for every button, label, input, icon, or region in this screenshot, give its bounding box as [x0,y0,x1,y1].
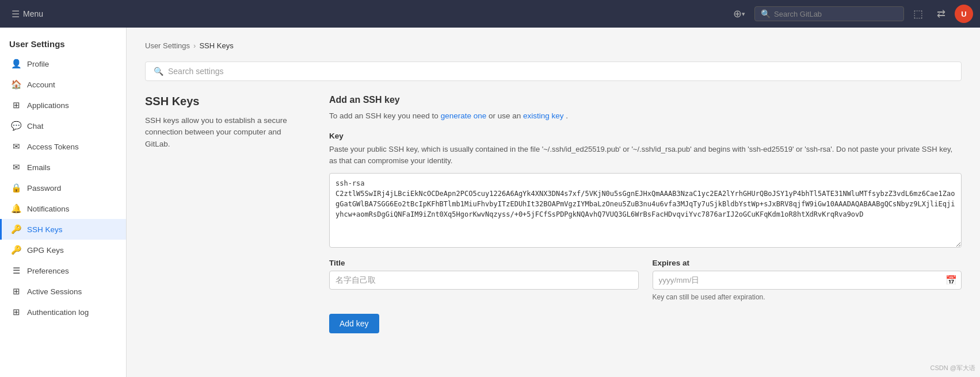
expires-field-label: Expires at [653,259,962,267]
create-button[interactable]: ⊕ ▾ [729,4,750,24]
plus-icon: ⊕ [733,7,742,20]
global-search-box[interactable]: 🔍 [754,6,904,21]
account-icon: 🏠 [11,79,21,90]
sidebar-item-ssh-keys[interactable]: 🔑 SSH Keys [0,219,126,240]
sidebar-item-applications[interactable]: ⊞ Applications [0,95,126,116]
form-row: Title Expires at 📅 Key can still be used… [329,259,962,302]
expires-wrapper: 📅 [653,271,962,290]
access-tokens-icon: ✉ [11,141,21,152]
notifications-icon: 🔔 [11,203,21,214]
sidebar: User Settings 👤 Profile 🏠 Account ⊞ Appl… [0,28,127,377]
add-ssh-title: Add an SSH key [329,95,962,105]
sidebar-item-label: Authentication log [27,308,89,317]
existing-key-link[interactable]: existing key [523,111,564,120]
sidebar-item-label: Notifications [27,205,70,213]
menu-label: Menu [23,9,43,18]
emails-icon: ✉ [11,162,21,172]
add-key-button[interactable]: Add key [329,314,379,333]
sidebar-item-authentication-log[interactable]: ⊞ Authentication log [0,302,126,322]
chat-icon: 💬 [11,121,21,131]
expires-hint: Key can still be used after expiration. [653,293,962,302]
sidebar-item-label: SSH Keys [27,225,63,234]
hamburger-icon: ☰ [12,9,20,20]
dock-icon-button[interactable]: ⬚ [909,4,928,24]
sidebar-item-active-sessions[interactable]: ⊞ Active Sessions [0,281,126,302]
add-desc-after: . [566,111,568,120]
search-icon: 🔍 [761,9,771,18]
add-desc-mid: or use an [489,111,523,120]
sidebar-item-label: GPG Keys [27,246,64,255]
sidebar-item-label: Active Sessions [27,287,82,296]
search-settings-input[interactable] [168,67,953,76]
gpg-keys-icon: 🔑 [11,245,21,255]
sidebar-item-label: Chat [27,122,44,130]
merge-request-button[interactable]: ⇄ [932,4,950,24]
merge-icon: ⇄ [937,7,945,20]
sidebar-item-notifications[interactable]: 🔔 Notifications [0,198,126,219]
sidebar-item-password[interactable]: 🔒 Password [0,178,126,198]
main-content: User Settings › SSH Keys 🔍 SSH Keys SSH … [127,28,980,377]
ssh-keys-icon: 🔑 [11,224,21,234]
dock-icon: ⬚ [913,7,923,20]
sidebar-item-chat[interactable]: 💬 Chat [0,116,126,136]
top-navigation: ☰ Menu ⊕ ▾ 🔍 ⬚ ⇄ U [0,0,980,28]
sidebar-item-label: Profile [27,60,49,68]
search-settings-icon: 🔍 [154,67,163,76]
title-field-label: Title [329,259,639,267]
breadcrumb: User Settings › SSH Keys [145,41,962,50]
right-panel: Add an SSH key To add an SSH key you nee… [329,95,962,333]
sidebar-item-profile[interactable]: 👤 Profile [0,53,126,74]
ssh-keys-title: SSH Keys [145,95,306,108]
search-input[interactable] [774,10,898,18]
authentication-log-icon: ⊞ [11,307,21,317]
profile-icon: 👤 [11,59,21,69]
key-field-label: Key [329,132,962,140]
left-panel: SSH Keys SSH keys allow you to establish… [145,95,306,150]
sidebar-item-label: Account [27,80,55,89]
sidebar-item-emails[interactable]: ✉ Emails [0,157,126,178]
breadcrumb-parent[interactable]: User Settings [145,41,190,50]
breadcrumb-separator: › [193,41,196,50]
expires-input[interactable] [653,271,962,290]
sidebar-item-label: Password [27,184,61,193]
preferences-icon: ☰ [11,266,21,276]
sidebar-item-access-tokens[interactable]: ✉ Access Tokens [0,136,126,157]
key-field-description: Paste your public SSH key, which is usua… [329,144,962,168]
sidebar-item-label: Emails [27,163,51,172]
title-input[interactable] [329,271,639,290]
title-field: Title [329,259,639,290]
watermark: CSDN @军大语 [931,364,975,372]
search-settings-box[interactable]: 🔍 [145,61,962,81]
generate-one-link[interactable]: generate one [441,111,487,120]
applications-icon: ⊞ [11,100,21,110]
sidebar-item-preferences[interactable]: ☰ Preferences [0,260,126,281]
ssh-key-textarea[interactable]: ssh-rsa C2ztlW5SwIRj4jLBciEkNcOCDeApn2PC… [329,173,962,248]
sidebar-item-label: Access Tokens [27,143,79,151]
chevron-down-icon: ▾ [742,10,745,18]
add-ssh-description: To add an SSH key you need to generate o… [329,110,962,122]
sidebar-item-label: Preferences [27,267,69,275]
sidebar-title: User Settings [0,32,126,53]
nav-icons: ⊕ ▾ [729,4,750,24]
add-desc-before: To add an SSH key you need to [329,111,441,120]
sidebar-item-account[interactable]: 🏠 Account [0,74,126,95]
ssh-keys-description: SSH keys allow you to establish a secure… [145,115,306,150]
avatar[interactable]: U [955,5,973,23]
sidebar-item-label: Applications [27,101,69,110]
active-sessions-icon: ⊞ [11,286,21,297]
content-grid: SSH Keys SSH keys allow you to establish… [145,95,962,333]
expires-field: Expires at 📅 Key can still be used after… [653,259,962,302]
password-icon: 🔒 [11,183,21,193]
sidebar-item-gpg-keys[interactable]: 🔑 GPG Keys [0,240,126,260]
page-layout: User Settings 👤 Profile 🏠 Account ⊞ Appl… [0,28,980,377]
breadcrumb-current: SSH Keys [199,41,233,50]
menu-button[interactable]: ☰ Menu [7,5,48,23]
